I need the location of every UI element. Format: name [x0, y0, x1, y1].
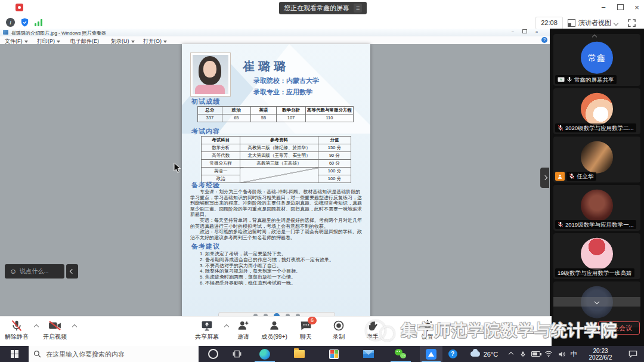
muted-mic-icon: [569, 173, 575, 180]
participant-tile-more[interactable]: [553, 281, 640, 327]
avatar-photo: [581, 141, 613, 173]
battery-icon: [531, 351, 540, 357]
windows-taskbar: ? 26°C 中 20:23: [0, 346, 644, 362]
cortana-icon: [208, 349, 218, 359]
cloud-icon: [470, 351, 480, 357]
suggestion-item: 6. 不轻易受外界影响，稳住直到考试前一晚。: [200, 280, 364, 286]
scroll-down-band[interactable]: [553, 297, 640, 307]
participant-tile-2020[interactable]: 2020级数学与应用数学二...: [553, 88, 640, 134]
record-icon: [333, 320, 345, 332]
security-shield-icon[interactable]: [20, 17, 30, 27]
banner-text: 您正在观看常鑫的屏幕: [284, 4, 349, 13]
video-options-chevron[interactable]: [72, 324, 77, 329]
task-view-icon: [233, 350, 242, 358]
ime-indicator[interactable]: 中: [568, 346, 580, 362]
student-profile-document: 崔璐璐 录取院校：内蒙古大学 录取专业：应用数学 初试成绩 总分 政治 英语 数…: [182, 44, 370, 346]
member-role-badge: [555, 172, 565, 181]
chevron-right-icon: [542, 175, 547, 180]
chat-button[interactable]: 6 聊天: [292, 319, 320, 341]
tray-wifi[interactable]: [543, 346, 555, 362]
meeting-info-icon[interactable]: i: [6, 18, 15, 27]
pv-minimize-button[interactable]: −: [508, 29, 518, 35]
suggestion-item: 4. 除整体的复习规划外，每天制定一个小目标。: [200, 268, 364, 274]
close-button[interactable]: ×: [631, 2, 643, 13]
participant-tile-gaojing[interactable]: 19级数学与应用数学一班高婧: [553, 233, 640, 279]
participant-label: 任立华: [566, 172, 596, 181]
wechat-icon: [395, 349, 407, 359]
muted-mic-icon: [11, 320, 23, 332]
end-meeting-button[interactable]: 结束会议: [598, 321, 640, 335]
photo-viewer-menubar: 文件(F) 打印(P) 电子邮件(E) 刻录(U) 打开(O) ?: [0, 36, 550, 45]
share-screen-button[interactable]: 共享屏幕: [190, 319, 224, 341]
task-view-button[interactable]: [225, 346, 248, 362]
question-icon: ?: [448, 349, 457, 358]
admission-school: 录取院校：内蒙古大学: [253, 76, 319, 85]
taskbar-store[interactable]: [322, 346, 346, 362]
start-video-button[interactable]: 开启视频: [38, 319, 72, 341]
members-button[interactable]: 成员(99+): [257, 319, 292, 341]
start-button[interactable]: [0, 346, 29, 362]
scroll-up-icon[interactable]: [592, 35, 597, 39]
action-center-button[interactable]: [623, 346, 643, 362]
tray-volume[interactable]: [556, 346, 568, 362]
pv-maximize-button[interactable]: [520, 29, 530, 35]
taskbar-search[interactable]: [29, 346, 199, 362]
fullscreen-icon[interactable]: [627, 18, 636, 27]
restore-icon: [617, 4, 624, 10]
participant-tile-changxin[interactable]: 常鑫 常鑫的屏幕共享: [553, 34, 640, 86]
taskbar-help[interactable]: ?: [444, 346, 462, 362]
taskbar-edge[interactable]: [253, 346, 277, 362]
screen-share-icon: [558, 77, 565, 83]
view-mode-selector[interactable]: 演讲者视图: [568, 17, 618, 29]
invite-button[interactable]: 邀请: [228, 319, 258, 341]
pv-close-button[interactable]: ×: [532, 29, 541, 35]
minimize-button[interactable]: −: [597, 2, 609, 13]
quick-chat-input[interactable]: ☺ 说点什么...: [5, 264, 64, 279]
taskbar-wechat[interactable]: [389, 346, 413, 362]
menu-dropdown-icon: [57, 41, 60, 43]
maximize-button[interactable]: [614, 2, 626, 13]
viewing-screen-banner[interactable]: 您正在观看常鑫的屏幕 ≡: [279, 2, 367, 14]
suggestion-item: 2. 备考期间养成适合自己的作息习惯，挑灯夜战不一定有效果。: [200, 257, 364, 263]
avatar-girl-cartoon: [581, 237, 613, 270]
members-icon: [268, 320, 280, 332]
photo-viewer-titlebar: 崔璐璐的介绍图片.jpg - Windows 照片查看器 − ×: [0, 29, 550, 37]
network-signal-icon[interactable]: [35, 18, 44, 26]
camera-off-icon: [48, 320, 61, 331]
unmute-button[interactable]: 解除静音: [0, 319, 33, 341]
search-input[interactable]: [45, 350, 190, 358]
help-icon[interactable]: ?: [541, 37, 547, 43]
tray-expand-button[interactable]: [506, 346, 516, 362]
participant-tile-renlihua[interactable]: 任立华: [553, 137, 640, 182]
emoji-icon[interactable]: ☺: [10, 267, 17, 276]
admission-major: 录取专业：应用数学: [253, 88, 312, 97]
student-name: 崔璐璐: [243, 58, 289, 75]
cortana-button[interactable]: [202, 346, 224, 362]
participant-label: 2019级数学与应用数学一...: [555, 220, 636, 229]
settings-button[interactable]: 设置: [413, 319, 442, 341]
quick-chat-collapse-button[interactable]: [66, 264, 78, 279]
experience-paragraph: 政治：尽可能的多给政治留时间，政治是一门学了就会有明显回报的学科。政治不太好的建…: [190, 229, 363, 240]
taskbar-weather[interactable]: 26°C: [466, 346, 502, 362]
store-icon: [329, 349, 339, 359]
photo-viewer-title: 崔璐璐的介绍图片.jpg - Windows 照片查看器: [11, 30, 106, 36]
taskbar-mail[interactable]: [357, 346, 380, 362]
quick-chat-placeholder: 说点什么...: [20, 267, 48, 276]
photo-viewer-app-icon: [3, 30, 8, 35]
raise-hand-button[interactable]: 举手: [358, 319, 387, 341]
tray-battery[interactable]: [530, 346, 541, 362]
tray-mic[interactable]: [518, 346, 528, 362]
banner-menu-icon[interactable]: ≡: [354, 4, 362, 13]
participant-label: 常鑫的屏幕共享: [555, 75, 617, 84]
taskbar-meeting-app[interactable]: [420, 346, 442, 362]
search-icon: [33, 350, 41, 358]
participant-tile-2019[interactable]: 2019级数学与应用数学一...: [553, 185, 640, 231]
speaker-icon: [558, 351, 566, 358]
sidebar-collapse-handle[interactable]: [540, 168, 549, 188]
taskbar-file-explorer[interactable]: [287, 346, 311, 362]
record-button[interactable]: 录制: [324, 319, 353, 341]
scroll-down-icon: [595, 299, 599, 304]
mic-on-icon: [566, 76, 572, 83]
menu-dropdown-icon: [163, 41, 167, 43]
taskbar-clock[interactable]: 20:23 2022/6/2: [582, 346, 619, 362]
